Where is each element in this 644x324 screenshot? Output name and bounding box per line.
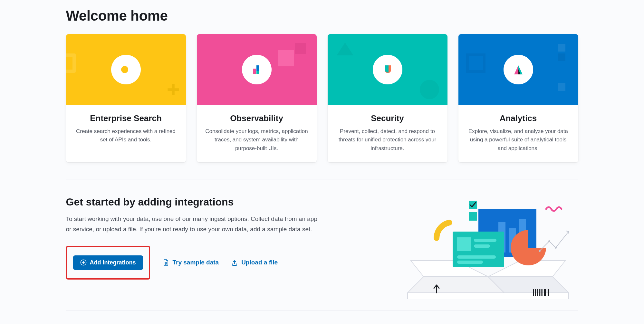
upload-file-link[interactable]: Upload a file [231,259,278,266]
card-observability[interactable]: Observability Consolidate your logs, met… [197,34,317,162]
document-icon [162,259,169,266]
enterprise-search-icon [111,55,141,84]
get-started-body: To start working with your data, use one… [66,214,324,235]
card-banner [197,34,317,105]
card-body: Analytics Explore, visualize, and analyz… [458,105,578,162]
svg-marker-8 [408,277,504,293]
card-body: Security Prevent, collect, detect, and r… [328,105,447,162]
card-title: Observability [204,113,310,123]
page-title: Welcome home [66,8,578,24]
card-desc: Prevent, collect, detect, and respond to… [335,127,440,153]
svg-rect-29 [474,239,496,242]
svg-rect-21 [548,289,549,296]
get-started-actions: Add integrations Try sample data [66,246,385,280]
svg-rect-33 [469,212,477,221]
svg-rect-16 [539,289,540,296]
upload-icon [231,259,238,266]
svg-rect-18 [543,289,543,296]
security-icon [373,55,402,84]
svg-point-0 [121,66,128,73]
svg-rect-20 [547,289,547,296]
get-started-heading: Get started by adding integrations [66,196,385,208]
svg-rect-31 [457,255,496,259]
svg-point-37 [555,247,557,249]
try-sample-data-label: Try sample data [173,259,219,266]
upload-file-label: Upload a file [241,259,278,266]
svg-rect-13 [533,289,534,296]
get-started-section: Get started by adding integrations To st… [66,196,578,310]
card-desc: Create search experiences with a refined… [73,127,179,144]
get-started-illustration [398,196,578,300]
svg-rect-30 [474,244,490,248]
card-title: Security [335,113,440,123]
card-body: Enterprise Search Create search experien… [66,105,186,162]
solution-cards-row: + Enterprise Search Create search experi… [66,34,578,162]
card-body: Observability Consolidate your logs, met… [197,105,317,162]
card-analytics[interactable]: Analytics Explore, visualize, and analyz… [458,34,578,162]
add-integrations-highlight: Add integrations [66,246,150,280]
card-banner: + [66,34,186,105]
svg-rect-28 [457,237,471,251]
divider [66,179,578,179]
observability-icon [242,55,272,84]
svg-rect-17 [541,289,542,296]
plus-circle-icon [80,259,87,266]
card-desc: Explore, visualize, and analyze your dat… [466,127,571,153]
card-enterprise-search[interactable]: + Enterprise Search Create search experi… [66,34,186,162]
svg-point-35 [539,250,541,252]
svg-point-36 [548,240,550,242]
svg-rect-3 [256,71,259,74]
svg-rect-14 [535,289,536,296]
svg-rect-19 [544,289,546,296]
svg-marker-4 [514,65,518,74]
card-security[interactable]: Security Prevent, collect, detect, and r… [328,34,447,162]
card-banner [328,34,447,105]
card-title: Enterprise Search [73,113,179,123]
add-integrations-button[interactable]: Add integrations [73,255,143,270]
try-sample-data-link[interactable]: Try sample data [162,259,219,266]
card-desc: Consolidate your logs, metrics, applicat… [204,127,310,153]
card-banner [458,34,578,105]
card-title: Analytics [466,113,571,123]
add-integrations-label: Add integrations [90,259,136,266]
analytics-icon [504,55,533,84]
svg-rect-15 [537,289,538,296]
svg-rect-32 [457,261,483,264]
svg-rect-1 [253,69,256,74]
